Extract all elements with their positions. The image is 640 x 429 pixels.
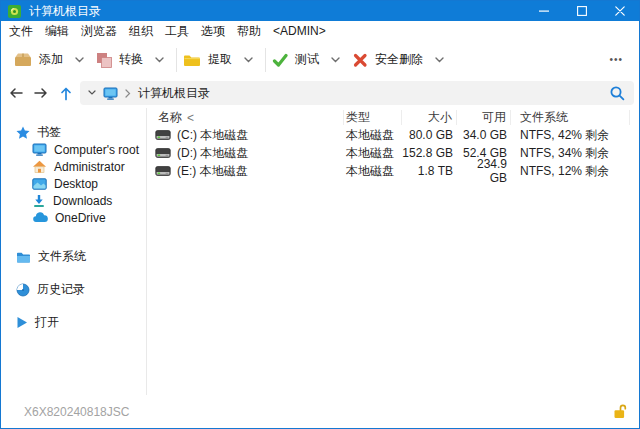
extract-button-label: 提取 bbox=[208, 51, 232, 68]
sidebar-item-downloads[interactable]: Downloads bbox=[1, 192, 146, 209]
column-label: 类型 bbox=[346, 109, 370, 126]
up-button[interactable] bbox=[53, 80, 78, 106]
statusbar: X6X820240818JSC bbox=[1, 395, 639, 428]
sidebar-item-label: 书签 bbox=[37, 124, 61, 141]
table-row-drive-c[interactable]: (C:) 本地磁盘 本地磁盘 80.0 GB 34.0 GB NTFS, 42%… bbox=[147, 126, 639, 144]
app-window: 计算机根目录 文件 编辑 浏览器 组织 工具 选项 帮助 <ADMIN> bbox=[0, 0, 640, 429]
chevron-right-icon bbox=[125, 89, 131, 98]
chevron-down-icon bbox=[331, 57, 340, 63]
drive-size: 80.0 GB bbox=[402, 128, 457, 142]
sidebar-item-desktop[interactable]: Desktop bbox=[1, 175, 146, 192]
extract-dropdown[interactable] bbox=[235, 46, 262, 74]
play-triangle-icon bbox=[16, 316, 28, 329]
sidebar-item-bookmarks[interactable]: 书签 bbox=[1, 124, 146, 141]
download-icon bbox=[32, 194, 46, 208]
drive-name: (C:) 本地磁盘 bbox=[177, 127, 248, 144]
minimize-button[interactable] bbox=[525, 1, 563, 21]
secure-delete-dropdown[interactable] bbox=[426, 46, 453, 74]
folder-icon bbox=[183, 53, 201, 67]
drive-name: (D:) 本地磁盘 bbox=[177, 145, 248, 162]
computer-icon[interactable] bbox=[103, 87, 118, 100]
sidebar: 书签 Computer's root Administrator Desktop bbox=[1, 108, 147, 395]
extract-button[interactable]: 提取 bbox=[180, 46, 235, 74]
monitor-icon bbox=[32, 143, 47, 156]
sidebar-item-filesystem[interactable]: 文件系统 bbox=[1, 248, 146, 265]
hard-drive-icon bbox=[155, 165, 171, 177]
add-dropdown[interactable] bbox=[66, 46, 93, 74]
search-button[interactable] bbox=[609, 85, 626, 102]
chevron-down-icon bbox=[155, 57, 164, 63]
sidebar-item-label: 历史记录 bbox=[37, 281, 85, 298]
breadcrumb-path[interactable]: 计算机根目录 bbox=[138, 85, 210, 102]
add-button-label: 添加 bbox=[39, 51, 63, 68]
drive-filesystem: NTFS, 42% 剩余 bbox=[511, 127, 630, 144]
drive-filesystem: NTFS, 12% 剩余 bbox=[511, 163, 630, 180]
forward-button[interactable] bbox=[28, 80, 53, 106]
window-title: 计算机根目录 bbox=[29, 3, 101, 20]
menu-browser[interactable]: 浏览器 bbox=[75, 23, 123, 40]
arrow-left-icon bbox=[8, 86, 24, 100]
toolbar: 添加 转换 提取 测试 bbox=[1, 41, 639, 78]
blue-folder-icon bbox=[16, 251, 31, 263]
check-icon bbox=[272, 52, 288, 68]
desktop-icon bbox=[32, 178, 47, 190]
cloud-icon bbox=[32, 212, 48, 223]
sidebar-item-label: Desktop bbox=[54, 177, 98, 191]
test-dropdown[interactable] bbox=[322, 46, 349, 74]
sidebar-item-onedrive[interactable]: OneDrive bbox=[1, 209, 146, 226]
sidebar-item-history[interactable]: 历史记录 bbox=[1, 281, 146, 298]
drive-size: 1.8 TB bbox=[402, 164, 457, 178]
navbar: 计算机根目录 bbox=[1, 78, 639, 108]
maximize-button[interactable] bbox=[563, 1, 601, 21]
lock-button[interactable] bbox=[613, 404, 627, 419]
column-label: 可用 bbox=[482, 109, 506, 126]
sidebar-item-administrator[interactable]: Administrator bbox=[1, 158, 146, 175]
column-header-type[interactable]: 类型 bbox=[344, 110, 402, 125]
convert-dropdown[interactable] bbox=[146, 46, 173, 74]
titlebar[interactable]: 计算机根目录 bbox=[1, 1, 639, 21]
chevron-down-icon bbox=[244, 57, 253, 63]
close-button[interactable] bbox=[601, 1, 639, 21]
drive-free: 234.9 GB bbox=[457, 157, 511, 185]
file-list: 名称 < 类型 大小 可用 文件系统 (C:) 本地磁盘 本地磁盘 80.0 G… bbox=[147, 108, 639, 395]
test-button[interactable]: 测试 bbox=[269, 46, 322, 74]
menu-file[interactable]: 文件 bbox=[3, 23, 39, 40]
column-label: 大小 bbox=[428, 109, 452, 126]
history-clock-icon bbox=[16, 283, 30, 297]
table-row-drive-e[interactable]: (E:) 本地磁盘 本地磁盘 1.8 TB 234.9 GB NTFS, 12%… bbox=[147, 162, 639, 180]
chevron-down-icon bbox=[75, 57, 84, 63]
secure-delete-button[interactable]: 安全删除 bbox=[349, 46, 426, 74]
column-header-name[interactable]: 名称 < bbox=[147, 110, 344, 125]
hard-drive-icon bbox=[155, 147, 171, 159]
search-icon bbox=[609, 85, 626, 102]
sidebar-item-computers-root[interactable]: Computer's root bbox=[1, 141, 146, 158]
breadcrumb[interactable]: 计算机根目录 bbox=[80, 81, 634, 105]
column-header-size[interactable]: 大小 bbox=[402, 110, 457, 125]
arrow-up-icon bbox=[59, 86, 73, 101]
chevron-down-icon bbox=[88, 90, 96, 96]
toolbar-overflow-button[interactable]: ••• bbox=[609, 54, 623, 65]
menu-organize[interactable]: 组织 bbox=[123, 23, 159, 40]
back-button[interactable] bbox=[3, 80, 28, 106]
sidebar-item-open[interactable]: 打开 bbox=[1, 314, 146, 331]
drive-filesystem: NTFS, 34% 剩余 bbox=[511, 145, 630, 162]
menu-admin[interactable]: <ADMIN> bbox=[267, 24, 332, 38]
convert-button[interactable]: 转换 bbox=[93, 46, 146, 74]
menu-edit[interactable]: 编辑 bbox=[39, 23, 75, 40]
add-button[interactable]: 添加 bbox=[11, 46, 66, 74]
menu-help[interactable]: 帮助 bbox=[231, 23, 267, 40]
toolbar-separator bbox=[176, 48, 177, 72]
content-area: 书签 Computer's root Administrator Desktop bbox=[1, 108, 639, 395]
table-row-drive-d[interactable]: (D:) 本地磁盘 本地磁盘 152.8 GB 52.4 GB NTFS, 34… bbox=[147, 144, 639, 162]
sidebar-item-label: OneDrive bbox=[55, 211, 106, 225]
column-header-filesystem[interactable]: 文件系统 bbox=[511, 110, 630, 125]
menu-options[interactable]: 选项 bbox=[195, 23, 231, 40]
drive-type: 本地磁盘 bbox=[344, 163, 402, 180]
sort-indicator: < bbox=[187, 111, 194, 125]
breadcrumb-expand-button[interactable] bbox=[88, 90, 96, 96]
column-label: 文件系统 bbox=[520, 109, 568, 126]
column-header-free[interactable]: 可用 bbox=[457, 110, 511, 125]
status-text: X6X820240818JSC bbox=[24, 405, 129, 419]
menu-tools[interactable]: 工具 bbox=[159, 23, 195, 40]
sidebar-item-label: 文件系统 bbox=[38, 248, 86, 265]
